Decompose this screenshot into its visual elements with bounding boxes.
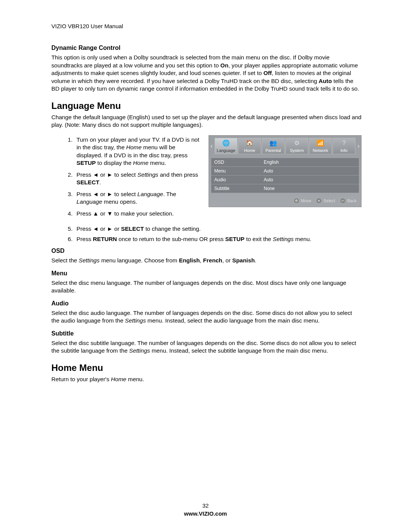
question-icon: ? [333, 138, 355, 148]
tab-system: ⚙ System [285, 138, 308, 154]
subtitle-heading: Subtitle [51, 330, 362, 337]
list-row-menu: MenuAuto [211, 167, 359, 176]
step-6: Press RETURN once to return to the sub-m… [74, 235, 362, 243]
page-number: 32 [0, 502, 411, 509]
ui-hint-bar: ✥Move ●Select ↩Back [209, 194, 361, 207]
footer-url: www.VIZIO.com [0, 510, 411, 517]
hint-back: ↩Back [340, 198, 357, 204]
step-3: Press ◄ or ► to select Language. The Lan… [74, 190, 202, 206]
people-icon: 👥 [262, 138, 284, 148]
tab-info: ? Info [333, 138, 355, 154]
menu-text: Select the disc menu language. The numbe… [51, 279, 362, 295]
osd-heading: OSD [51, 248, 362, 254]
dpad-icon: ✥ [293, 198, 299, 204]
hint-select: ●Select [316, 198, 335, 204]
home-menu-heading: Home Menu [51, 363, 362, 373]
step-5: Press ◄ or ► or SELECT to change the set… [74, 225, 362, 233]
language-steps-5to6: Press ◄ or ► or SELECT to change the set… [51, 225, 362, 243]
select-icon: ● [316, 198, 322, 204]
language-menu-screenshot: ‹ 🌐 Language 🏠 Home 👥 Parental ⚙ System [209, 135, 362, 207]
list-row-audio: AudioAuto [211, 176, 359, 184]
step-2: Press ◄ or ► to select Settings and then… [74, 171, 202, 187]
audio-heading: Audio [51, 300, 362, 307]
gear-icon: ⚙ [286, 138, 308, 148]
tab-network: 📶 Network [309, 138, 332, 154]
drc-heading: Dynamic Range Control [51, 45, 362, 51]
network-icon: 📶 [309, 138, 331, 148]
nav-right-icon: › [356, 138, 361, 154]
language-steps-1to4: Turn on your player and your TV. If a DV… [51, 136, 202, 222]
tab-language: 🌐 Language [215, 138, 237, 154]
tab-parental: 👥 Parental [262, 138, 285, 154]
page-footer: 32 www.VIZIO.com [0, 502, 411, 517]
home-icon: 🏠 [239, 138, 261, 148]
hint-move: ✥Move [293, 198, 311, 204]
home-menu-text: Return to your player's Home menu. [51, 375, 362, 383]
drc-text: This option is only used when a Dolby so… [51, 54, 362, 93]
back-icon: ↩ [340, 198, 346, 204]
osd-text: Select the Settings menu language. Choos… [51, 257, 362, 265]
list-row-subtitle: SubtitleNone [211, 184, 359, 193]
subtitle-text: Select the disc subtitle language. The n… [51, 339, 362, 355]
globe-icon: 🌐 [215, 138, 237, 148]
language-menu-intro: Change the default language (English) us… [51, 113, 362, 129]
audio-text: Select the disc audio language. The numb… [51, 309, 362, 325]
ui-list: OSDEnglish MenuAuto AudioAuto SubtitleNo… [209, 157, 361, 194]
menu-heading: Menu [51, 270, 362, 277]
tab-home: 🏠 Home [238, 138, 261, 154]
list-row-osd: OSDEnglish [211, 158, 359, 167]
nav-left-icon: ‹ [209, 138, 214, 154]
ui-tabs: ‹ 🌐 Language 🏠 Home 👥 Parental ⚙ System [209, 136, 361, 157]
doc-header: VIZIO VBR120 User Manual [51, 23, 362, 29]
language-menu-heading: Language Menu [51, 101, 362, 111]
step-4: Press ▲ or ▼ to make your selection. [74, 210, 202, 218]
step-1: Turn on your player and your TV. If a DV… [74, 136, 202, 167]
